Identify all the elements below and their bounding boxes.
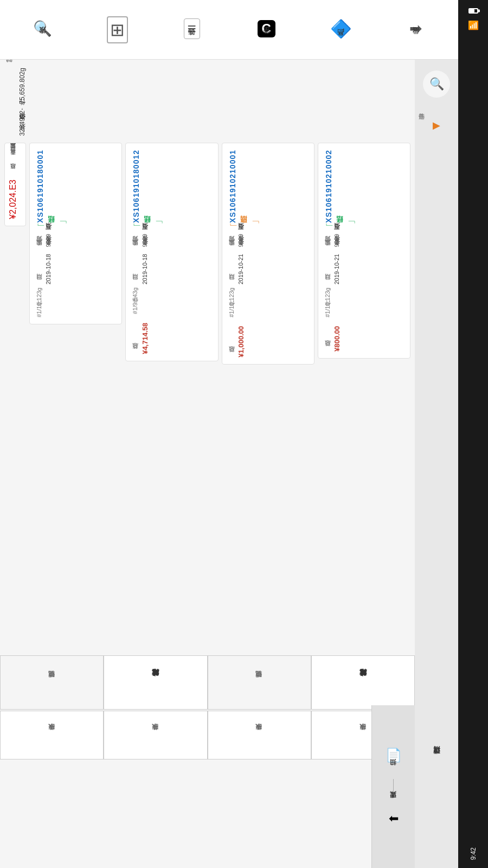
card-4-date: 2019-10-21: [333, 254, 341, 284]
card-2-supplier-label: 销货方: [131, 234, 139, 247]
card-4-amount-label: 总额: [324, 326, 331, 352]
card-1-number: XS1061910180001: [35, 150, 116, 223]
toolbar-search[interactable]: 🔍 搜索: [21, 20, 65, 40]
card-3-qty: #1件/10.123g: [228, 288, 235, 317]
card-3-qty-row: #1件/10.123g: [228, 288, 309, 317]
card-3-number: XS1061910210001: [228, 150, 309, 223]
bottom-row-2: 未收款项 未收款项 未收款项 未收款项: [0, 711, 415, 760]
card-4-supplier-row: 销货方 参考9999某某石石石石石: [324, 234, 404, 247]
card-3-supplier-row: 销货方 参考9999某某石石石石石: [228, 234, 309, 247]
bottom-cell-1-2[interactable]: 结算对账单: [104, 655, 207, 710]
card-2-amount: ¥4,714.58: [141, 323, 150, 354]
wifi-icon: 📶: [468, 20, 479, 30]
card-1-date-row: 日期 2019-10-18: [35, 254, 116, 284]
bottom-actions-area: 结算说明 结算对账单 结算说明 结算对账单 未收款项 未收款项 未收款项: [0, 655, 415, 760]
card-3-supplier-name: 参考9999某某石石石石石: [237, 234, 245, 247]
clear-icon: C: [258, 20, 275, 37]
cards-row: 销货方 采购方 日期 金重 总额 ¥2,024.E3 XS10619101800…: [0, 140, 415, 628]
card-4-date-label: 日期: [324, 254, 331, 284]
sidebar-arrow[interactable]: ▶: [433, 119, 440, 131]
bottom-cell-2-1[interactable]: 未收款项: [0, 711, 104, 760]
card-2-qty: #1件/9.543g: [131, 288, 139, 314]
export-icon: ➡: [409, 20, 422, 37]
card-1-date: 2019-10-18: [44, 254, 52, 284]
card-2: XS1061910180012 「 已结账 」 销货方 参考9999某某石石石石…: [125, 143, 218, 361]
status-bar-bottom: 9:42: [470, 847, 477, 860]
card-3-amount-label: 总额: [228, 326, 235, 358]
card-2-supplier-name: 参考9999某某石石石石石: [141, 234, 149, 247]
partial-amount: ¥2,024.E3: [8, 180, 23, 219]
card-1-supplier-name: 参考9999某某石石石石石: [44, 234, 52, 247]
card-3-supplier-label: 销货方: [228, 234, 235, 247]
main-content: 时间 共328个订单4992件，75,659.802g 销货方 采购方 日期 金…: [0, 60, 415, 868]
bottom-cell-2-2[interactable]: 未收款项: [104, 711, 207, 760]
card-2-number: XS1061910180012: [131, 150, 212, 223]
card-4-qty: #1件/10.123g: [324, 288, 331, 317]
layout-icon: ⊞: [107, 16, 128, 43]
card-2-amount-label: 总额: [131, 323, 139, 354]
card-1-qty-label: #1件/10.123g: [35, 288, 43, 317]
toolbar-filter[interactable]: ≡ 筛选: [170, 18, 214, 41]
card-4: XS1061910210002 「 已结账 」 销货方 参考9999某某石石石石…: [318, 143, 410, 359]
card-2-date: 2019-10-18: [141, 254, 149, 284]
card-4-supplier-name: 参考9999某某石石石石石: [333, 234, 341, 247]
card-4-number: XS1061910210002: [324, 150, 404, 223]
entry-icon: ⬅: [389, 812, 399, 826]
bottom-right-panel: 📄 扫描 入库管理 ⬅: [371, 705, 415, 868]
card-3-amount: ¥1,000.00: [237, 326, 246, 358]
toolbar: 🔍 搜索 ⊞ ≡ 筛选 C 清空 🔷 产品 ➡ 导出: [0, 0, 458, 60]
search-icon: 🔍: [33, 20, 52, 37]
card-4-qty-row: #1件/10.123g: [324, 288, 404, 317]
product-icon: 🔷: [330, 18, 352, 39]
card-3-amount-row: 总额 ¥1,000.00: [228, 326, 309, 358]
card-3-date-label: 日期: [228, 254, 235, 284]
scan-icon: 📄: [386, 748, 402, 763]
status-time: 9:42: [470, 847, 477, 860]
card-4-amount-row: 总额 ¥800.00: [324, 326, 404, 352]
status-bar: 📶 9:42: [458, 0, 488, 868]
card-2-qty-row: #1件/9.543g: [131, 288, 212, 314]
bottom-cell-1-1[interactable]: 结算说明: [0, 655, 104, 710]
card-1-supplier-label: 销货方: [35, 234, 43, 247]
bottom-cell-1-3[interactable]: 结算说明: [208, 655, 311, 710]
card-1-date-label: 日期: [35, 254, 43, 284]
filter-icon: ≡: [184, 18, 200, 39]
toolbar-product[interactable]: 🔷 产品: [319, 18, 363, 41]
status-bar-top: 📶: [468, 8, 479, 30]
right-sidebar: 🔍 条件筛选 ▶ 门店订单管理: [415, 60, 458, 868]
toolbar-layout[interactable]: ⊞: [95, 16, 139, 43]
battery-icon: [468, 8, 478, 14]
card-1-qty-row: #1件/10.123g: [35, 288, 116, 317]
card-3-date-row: 日期 2019-10-21: [228, 254, 309, 284]
card-4-date-row: 日期 2019-10-21: [324, 254, 404, 284]
partial-card: 销货方 采购方 日期 金重 总额 ¥2,024.E3: [4, 143, 26, 226]
bottom-cell-2-3[interactable]: 未收款项: [208, 711, 311, 760]
bottom-row-1: 结算说明 结算对账单 结算说明 结算对账单: [0, 655, 415, 710]
toolbar-export[interactable]: ➡ 导出: [394, 20, 437, 40]
card-2-date-label: 日期: [131, 254, 139, 284]
summary-text: 共328个订单4992件，75,659.802g: [18, 68, 27, 136]
divider: [393, 779, 394, 795]
card-2-supplier-row: 销货方 参考9999某某石石石石石: [131, 234, 212, 247]
card-2-date-row: 日期 2019-10-18: [131, 254, 212, 284]
card-4-supplier-label: 销货方: [324, 234, 331, 247]
card-3-date: 2019-10-21: [237, 254, 245, 284]
card-4-amount: ¥800.00: [333, 326, 342, 352]
bottom-cell-1-4[interactable]: 结算对账单: [311, 655, 415, 710]
sidebar-search-icon[interactable]: 🔍: [423, 71, 450, 98]
card-2-amount-row: 总额 ¥4,714.58: [131, 323, 212, 354]
card-1: XS1061910180001 「 已结账 」 销货方 参考9999某某石石石石…: [29, 143, 122, 324]
toolbar-clear[interactable]: C 清空: [245, 20, 288, 40]
card-1-supplier-row: 销货方 参考9999某某石石石石石: [35, 234, 116, 247]
summary-bar: 时间 共328个订单4992件，75,659.802g: [0, 60, 415, 140]
card-3: XS1061910210001 「 已取消 」 销货方 参考9999某某石石石石…: [222, 143, 314, 365]
